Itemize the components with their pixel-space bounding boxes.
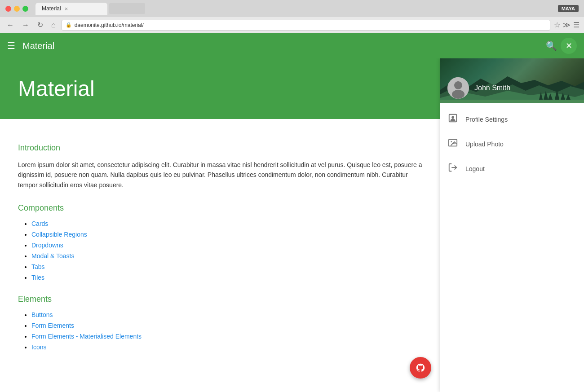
browser-close-btn[interactable] xyxy=(5,6,11,12)
browser-titlebar: Material × MAYA xyxy=(0,0,584,17)
list-item: Tabs xyxy=(31,263,422,270)
avatar xyxy=(447,77,469,99)
nav-forward-btn[interactable]: → xyxy=(20,20,31,30)
fab-button[interactable] xyxy=(410,357,431,379)
main-content: Material Introduction Lorem ipsum dolor … xyxy=(0,58,440,392)
list-item: Form Elements - Materialised Elements xyxy=(31,333,422,340)
tab-placeholder xyxy=(109,3,145,14)
profile-settings-label: Profile Settings xyxy=(465,116,508,123)
sidebar-drawer: John Smith Profile Settings xyxy=(440,58,584,392)
list-item: Modal & Toasts xyxy=(31,252,422,260)
list-item: Buttons xyxy=(31,311,422,318)
user-badge: MAYA xyxy=(558,5,579,12)
browser-minimize-btn[interactable] xyxy=(14,6,20,12)
address-bar[interactable]: 🔒 daemonite.github.io/material/ xyxy=(62,20,550,31)
close-drawer-btn[interactable]: ✕ xyxy=(561,38,577,54)
tab-close-btn[interactable]: × xyxy=(65,5,68,12)
svg-point-11 xyxy=(454,81,462,89)
browser-tab[interactable]: Material × xyxy=(35,3,107,15)
app-container: ☰ Material 🔍 ✕ Material Introduction xyxy=(0,33,584,392)
list-item: Cards xyxy=(31,220,422,227)
list-item: Collapsible Regions xyxy=(31,231,422,238)
search-icon: 🔍 xyxy=(546,41,557,51)
svg-point-14 xyxy=(451,116,454,119)
upload-photo-icon xyxy=(447,138,458,150)
bookmark-btn[interactable]: ☆ xyxy=(554,21,560,29)
browser-window: Material × MAYA ← → ↻ ⌂ 🔒 daemonite.gith… xyxy=(0,0,584,392)
form-elements-link[interactable]: Form Elements xyxy=(31,322,74,329)
upload-photo-label: Upload Photo xyxy=(465,141,504,148)
tiles-link[interactable]: Tiles xyxy=(31,274,44,281)
elements-heading: Elements xyxy=(18,295,422,304)
tabs-link[interactable]: Tabs xyxy=(31,263,45,270)
components-section: Components Cards Collapsible Regions Dro… xyxy=(18,203,422,281)
dropdowns-link[interactable]: Dropdowns xyxy=(31,242,63,249)
svg-point-16 xyxy=(451,141,452,142)
search-btn[interactable]: 🔍 xyxy=(546,40,557,51)
upload-photo-item[interactable]: Upload Photo xyxy=(440,132,584,156)
cards-link[interactable]: Cards xyxy=(31,220,48,227)
menu-btn[interactable]: ☰ xyxy=(573,21,580,29)
hero-title: Material xyxy=(18,76,422,101)
app-title: Material xyxy=(22,41,546,51)
nav-back-btn[interactable]: ← xyxy=(4,20,16,30)
intro-heading: Introduction xyxy=(18,143,422,153)
tab-title: Material xyxy=(42,5,61,12)
list-item: Icons xyxy=(31,344,422,351)
modal-toasts-link[interactable]: Modal & Toasts xyxy=(31,252,74,260)
nav-home-btn[interactable]: ⌂ xyxy=(49,20,58,30)
profile-settings-icon xyxy=(447,113,458,125)
drawer-header: John Smith xyxy=(440,58,584,103)
drawer-menu: Profile Settings Upload Photo xyxy=(440,103,584,392)
drawer-username: John Smith xyxy=(474,84,510,92)
browser-toolbar: ← → ↻ ⌂ 🔒 daemonite.github.io/material/ … xyxy=(0,17,584,33)
list-item: Form Elements xyxy=(31,322,422,329)
close-icon: ✕ xyxy=(566,41,572,51)
list-item: Tiles xyxy=(31,274,422,281)
browser-controls xyxy=(5,6,28,12)
browser-maximize-btn[interactable] xyxy=(22,6,28,12)
address-lock-icon: 🔒 xyxy=(66,22,72,28)
hero-banner: Material xyxy=(0,58,440,119)
list-item: Dropdowns xyxy=(31,242,422,249)
svg-point-12 xyxy=(452,90,465,99)
app-body: Material Introduction Lorem ipsum dolor … xyxy=(0,58,584,392)
icons-link[interactable]: Icons xyxy=(31,344,46,351)
form-elements-materialised-link[interactable]: Form Elements - Materialised Elements xyxy=(31,333,142,340)
svg-rect-3 xyxy=(440,100,584,103)
components-list: Cards Collapsible Regions Dropdowns Moda… xyxy=(18,220,422,281)
nav-refresh-btn[interactable]: ↻ xyxy=(35,20,45,30)
menu-hamburger-btn[interactable]: ☰ xyxy=(7,40,15,51)
app-navbar: ☰ Material 🔍 ✕ xyxy=(0,33,584,58)
logout-item[interactable]: Logout xyxy=(440,156,584,181)
github-icon xyxy=(416,363,425,373)
components-heading: Components xyxy=(18,203,422,213)
profile-settings-item[interactable]: Profile Settings xyxy=(440,107,584,132)
hamburger-icon: ☰ xyxy=(7,41,15,51)
extensions-btn[interactable]: ≫ xyxy=(563,21,571,29)
buttons-link[interactable]: Buttons xyxy=(31,311,53,318)
logout-icon xyxy=(447,163,458,175)
elements-section: Elements Buttons Form Elements Form Elem… xyxy=(18,295,422,351)
collapsible-regions-link[interactable]: Collapsible Regions xyxy=(31,231,87,238)
drawer-user-info: John Smith xyxy=(447,77,510,99)
elements-list: Buttons Form Elements Form Elements - Ma… xyxy=(18,311,422,351)
intro-text: Lorem ipsum dolor sit amet, consectetur … xyxy=(18,160,422,190)
avatar-svg xyxy=(447,77,469,99)
browser-tabs: Material × xyxy=(35,3,554,15)
logout-label: Logout xyxy=(465,165,485,172)
toolbar-right: ☆ ≫ ☰ xyxy=(554,21,580,29)
content-area: Introduction Lorem ipsum dolor sit amet,… xyxy=(0,119,440,368)
address-text: daemonite.github.io/material/ xyxy=(75,22,144,28)
